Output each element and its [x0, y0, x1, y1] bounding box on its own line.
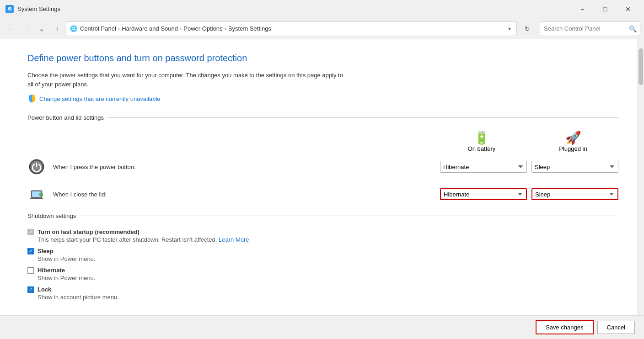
search-wrapper: 🔍: [536, 21, 640, 36]
power-section-title: Power button and lid settings: [27, 114, 104, 121]
lid-pluggedin-select[interactable]: Do nothing Sleep Hibernate Shut down Tur…: [531, 188, 618, 200]
save-changes-button[interactable]: Save changes: [536, 320, 593, 334]
fast-startup-checkbox[interactable]: [27, 229, 34, 235]
address-icon: 🌐: [70, 25, 77, 32]
power-button-pluggedin-wrapper: Do nothing Sleep Hibernate Shut down Tur…: [531, 161, 618, 173]
main-content: Define power buttons and turn on passwor…: [0, 39, 637, 315]
battery-icon: 🔋: [438, 130, 525, 145]
sleep-checkbox[interactable]: [27, 248, 34, 254]
sleep-option: Sleep Show in Power menu.: [27, 248, 618, 262]
lock-option: Lock Show in account picture menu.: [27, 286, 618, 301]
power-icon-svg: [28, 159, 45, 175]
hibernate-checkbox-wrapper: Hibernate: [27, 267, 618, 274]
maximize-button[interactable]: □: [595, 2, 616, 16]
lock-checkbox-wrapper: Lock: [27, 286, 618, 293]
breadcrumb-hardware[interactable]: Hardware and Sound: [122, 25, 178, 32]
lock-description: Show in account picture menu.: [38, 294, 618, 301]
power-button-pluggedin-select[interactable]: Do nothing Sleep Hibernate Shut down Tur…: [531, 161, 618, 173]
app-icon: ⚙: [5, 5, 14, 13]
close-button[interactable]: ✕: [617, 2, 639, 16]
power-button-row: When I press the power button: Do nothin…: [27, 158, 618, 176]
cancel-button[interactable]: Cancel: [597, 321, 635, 334]
breadcrumb-control-panel[interactable]: Control Panel: [80, 25, 116, 32]
breadcrumb-power-options[interactable]: Power Options: [183, 25, 222, 32]
shield-icon: [27, 94, 37, 103]
minimize-button[interactable]: −: [572, 2, 593, 16]
shutdown-section: Shutdown settings Turn on fast startup (…: [27, 212, 618, 301]
change-settings-text[interactable]: Change settings that are currently unava…: [39, 95, 161, 102]
lid-icon-svg: [28, 186, 45, 202]
scrollbar-thumb[interactable]: [639, 48, 643, 85]
power-button-label: When I press the power button:: [53, 164, 440, 170]
up-button[interactable]: ↑: [50, 22, 64, 36]
window-controls: − □ ✕: [572, 2, 639, 16]
fast-startup-description: This helps start your PC faster after sh…: [38, 236, 618, 243]
section-divider: [107, 117, 618, 118]
window-title: System Settings: [17, 5, 572, 12]
nav-bar: ← → ⌄ ↑ 🌐 Control Panel › Hardware and S…: [0, 18, 644, 39]
title-bar: ⚙ System Settings − □ ✕: [0, 0, 644, 18]
page-description: Choose the power settings that you want …: [27, 71, 348, 89]
hibernate-checkbox[interactable]: [27, 267, 34, 274]
hibernate-description: Show in Power menu.: [38, 275, 618, 281]
hibernate-label: Hibernate: [38, 267, 65, 274]
forward-button[interactable]: →: [19, 22, 33, 36]
recent-button[interactable]: ⌄: [35, 22, 48, 36]
search-input[interactable]: [540, 21, 640, 36]
svg-rect-4: [30, 198, 43, 199]
lid-icon: [27, 185, 46, 203]
address-bar: 🌐 Control Panel › Hardware and Sound › P…: [66, 21, 517, 36]
lock-checkbox[interactable]: [27, 286, 34, 293]
lid-battery-select[interactable]: Do nothing Sleep Hibernate Shut down Tur…: [440, 188, 527, 200]
fast-startup-option: Turn on fast startup (recommended) This …: [27, 228, 618, 243]
lid-label: When I close the lid:: [53, 191, 440, 198]
power-button-battery-wrapper: Do nothing Sleep Hibernate Shut down Tur…: [440, 161, 527, 173]
power-section-header: Power button and lid settings: [27, 114, 618, 121]
sleep-description: Show in Power menu.: [38, 255, 618, 262]
refresh-button[interactable]: ↻: [521, 21, 534, 36]
address-dropdown-button[interactable]: ▾: [506, 25, 513, 33]
shutdown-divider: [80, 216, 618, 216]
battery-column-header: 🔋 On battery: [438, 130, 525, 152]
content-area: Define power buttons and turn on passwor…: [0, 39, 644, 315]
fast-startup-checkbox-wrapper: Turn on fast startup (recommended): [27, 228, 618, 235]
lock-label: Lock: [38, 286, 51, 293]
scrollbar[interactable]: [637, 39, 644, 315]
power-button-icon: [27, 158, 46, 176]
back-button[interactable]: ←: [4, 22, 17, 36]
power-button-battery-select[interactable]: Do nothing Sleep Hibernate Shut down Tur…: [440, 161, 527, 173]
breadcrumb-current: System Settings: [228, 25, 271, 32]
page-title: Define power buttons and turn on passwor…: [27, 53, 618, 64]
plugged-in-column-header: 🚀 Plugged in: [530, 130, 617, 152]
plugged-in-label: Plugged in: [559, 145, 587, 152]
plug-icon: 🚀: [530, 130, 617, 145]
sleep-label: Sleep: [38, 248, 54, 254]
sleep-checkbox-wrapper: Sleep: [27, 248, 618, 254]
shutdown-section-header: Shutdown settings: [27, 212, 618, 219]
battery-label: On battery: [468, 145, 496, 152]
fast-startup-label: Turn on fast startup (recommended): [38, 228, 140, 235]
bottom-bar: Save changes Cancel: [0, 315, 644, 339]
shutdown-section-title: Shutdown settings: [27, 212, 76, 219]
change-settings-link[interactable]: Change settings that are currently unava…: [27, 94, 618, 103]
hibernate-option: Hibernate Show in Power menu.: [27, 267, 618, 281]
column-headers: 🔋 On battery 🚀 Plugged in: [27, 130, 617, 152]
fast-startup-learn-more[interactable]: Learn More: [219, 236, 249, 243]
lid-row: When I close the lid: Do nothing Sleep H…: [27, 185, 618, 203]
